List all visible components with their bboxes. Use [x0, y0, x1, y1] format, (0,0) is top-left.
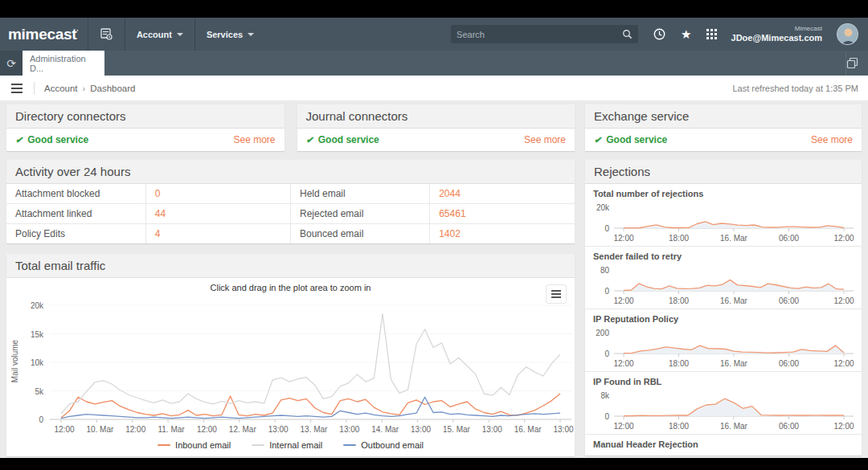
activity-label: Held email	[290, 184, 429, 204]
x-axis-labels: 12:0018:0016. Mar06:0012:00	[614, 421, 854, 431]
logo-segment: mimecast'	[0, 18, 88, 51]
check-icon	[594, 134, 601, 145]
status-good-service: Good service	[306, 134, 379, 145]
mini-chart[interactable]	[614, 202, 854, 236]
card-rejections: Rejections Total number of rejections 02…	[585, 160, 862, 456]
legend-inbound-email[interactable]: Inbound email	[158, 440, 231, 450]
activity-value: 0	[145, 184, 290, 204]
x-axis-labels: 12:0018:0016. Mar06:0012:00	[614, 296, 854, 306]
legend-swatch	[252, 444, 264, 446]
y-axis-title: Mail volume	[10, 297, 21, 424]
card-title: Directory connectors	[6, 104, 285, 129]
card-journal-connectors: Journal connectors Good service See more	[297, 104, 575, 151]
y-axis-labels: 08k	[593, 390, 614, 421]
popout-icon[interactable]	[845, 51, 868, 76]
y-axis-labels: 080	[593, 265, 614, 296]
search-icon[interactable]	[622, 29, 633, 39]
user-account[interactable]: Mimecast JDoe@Mimecast.com	[731, 25, 822, 43]
card-title: Total email traffic	[6, 254, 575, 278]
divider	[34, 82, 35, 95]
account-menu-label: Account	[137, 30, 172, 39]
legend-outbound-email[interactable]: Outbound email	[343, 440, 424, 450]
chart-legend: Inbound email Internal email Outbound em…	[10, 440, 571, 450]
legend-internal-email[interactable]: Internal email	[252, 440, 322, 450]
see-more-link[interactable]: See more	[811, 134, 853, 145]
table-row: Attachment linked 44 Rejected email 6546…	[6, 204, 575, 224]
mini-chart[interactable]	[614, 265, 854, 299]
menu-toggle-icon[interactable]	[10, 81, 24, 96]
activity-value: 1402	[430, 224, 575, 244]
legend-swatch	[343, 444, 356, 446]
legend-swatch	[158, 444, 170, 446]
mini-chart-sender-failed: Sender failed to retry 080 12:0018:0016.…	[585, 246, 862, 309]
admin-console-icon[interactable]	[88, 18, 125, 51]
card-title: Activity over 24 hours	[6, 160, 575, 184]
mimecast-logo[interactable]: mimecast'	[0, 26, 88, 43]
app-window: mimecast' Account Services	[0, 18, 868, 458]
check-icon	[306, 134, 313, 145]
status-card-row: Directory connectors Good service See mo…	[6, 104, 575, 151]
activity-table: Attachment blocked 0 Held email 2044 Att…	[6, 184, 575, 243]
card-title: Rejections	[585, 160, 862, 184]
card-total-email-traffic: Total email traffic Click and drag in th…	[6, 254, 575, 456]
traffic-plot-area[interactable]: 05k10k15k20k	[21, 297, 571, 424]
right-column: Exchange service Good service See more R…	[585, 104, 862, 456]
main-content: Directory connectors Good service See mo…	[0, 100, 868, 456]
activity-label: Bounced email	[290, 224, 429, 244]
activity-value: 65461	[430, 204, 575, 224]
user-org: Mimecast	[731, 25, 822, 33]
activity-value: 44	[145, 204, 290, 224]
menu-account[interactable]: Account	[125, 18, 195, 51]
left-column: Directory connectors Good service See mo…	[6, 104, 575, 456]
breadcrumb-dashboard[interactable]: Dashboard	[90, 84, 135, 93]
x-axis-labels: 12:0018:0016. Mar06:0012:00	[614, 358, 854, 369]
table-row: Policy Edits 4 Bounced email 1402	[6, 224, 575, 244]
last-refreshed-text: Last refreshed today at 1:35 PM	[732, 84, 858, 93]
card-directory-connectors: Directory connectors Good service See mo…	[6, 104, 285, 151]
breadcrumb-separator: ›	[83, 84, 86, 93]
mini-chart[interactable]	[614, 390, 854, 424]
x-axis-labels: 12:0018:0016. Mar06:0012:00	[614, 233, 854, 243]
chevron-down-icon	[177, 33, 183, 36]
avatar[interactable]	[837, 23, 858, 45]
tab-administration-dashboard[interactable]: Administration D...	[23, 51, 104, 76]
mini-chart-title: IP Reputation Policy	[593, 314, 854, 328]
see-more-link[interactable]: See more	[524, 134, 566, 145]
see-more-link[interactable]: See more	[233, 134, 275, 145]
card-activity-24h: Activity over 24 hours Attachment blocke…	[6, 160, 575, 243]
activity-value: 4	[145, 224, 290, 244]
mini-chart-title: Sender failed to retry	[593, 251, 854, 265]
logo-tick: '	[76, 27, 78, 35]
search-input[interactable]	[457, 30, 622, 39]
refresh-icon[interactable]: ⟳	[0, 51, 23, 76]
card-exchange-service: Exchange service Good service See more	[585, 104, 862, 151]
activity-value: 2044	[430, 184, 575, 204]
console-icon	[100, 27, 113, 41]
chevron-down-icon	[248, 33, 254, 36]
breadcrumb-bar: Account › Dashboard Last refreshed today…	[0, 76, 868, 100]
y-axis-labels: 0200	[593, 328, 614, 358]
global-search	[451, 25, 638, 43]
history-icon[interactable]	[653, 27, 666, 41]
apps-grid-icon[interactable]	[706, 29, 717, 39]
mini-chart-manual-header-rejection: Manual Header Rejection	[585, 434, 862, 456]
mini-chart-title: IP Found in RBL	[593, 377, 854, 390]
y-axis-labels: 05k10k15k20k	[21, 297, 47, 424]
chart-subtitle: Click and drag in the plot area to zoom …	[10, 283, 571, 296]
activity-label: Attachment blocked	[6, 184, 145, 204]
mini-chart-total-rejections: Total number of rejections 020k 12:0018:…	[585, 184, 862, 246]
y-axis-labels: 020k	[593, 202, 614, 233]
menu-services[interactable]: Services	[195, 18, 265, 51]
mini-chart[interactable]	[614, 328, 854, 362]
services-menu-label: Services	[207, 30, 243, 39]
nav-right-cluster: ★ Mimecast JDoe@Mimecast.com	[451, 18, 868, 51]
breadcrumb-account[interactable]: Account	[44, 84, 78, 93]
traffic-chart[interactable]	[50, 297, 571, 427]
favorites-star-icon[interactable]: ★	[681, 28, 691, 40]
mini-chart-title: Manual Header Rejection	[593, 439, 854, 453]
x-axis-labels: 12:0010. Mar12:0011. Mar12:0012. Mar13:0…	[53, 424, 575, 435]
tab-bar: ⟳ Administration D...	[0, 51, 868, 76]
mini-chart-title: Total number of rejections	[593, 189, 854, 202]
table-row: Attachment blocked 0 Held email 2044	[6, 184, 575, 204]
activity-label: Rejected email	[290, 204, 429, 224]
